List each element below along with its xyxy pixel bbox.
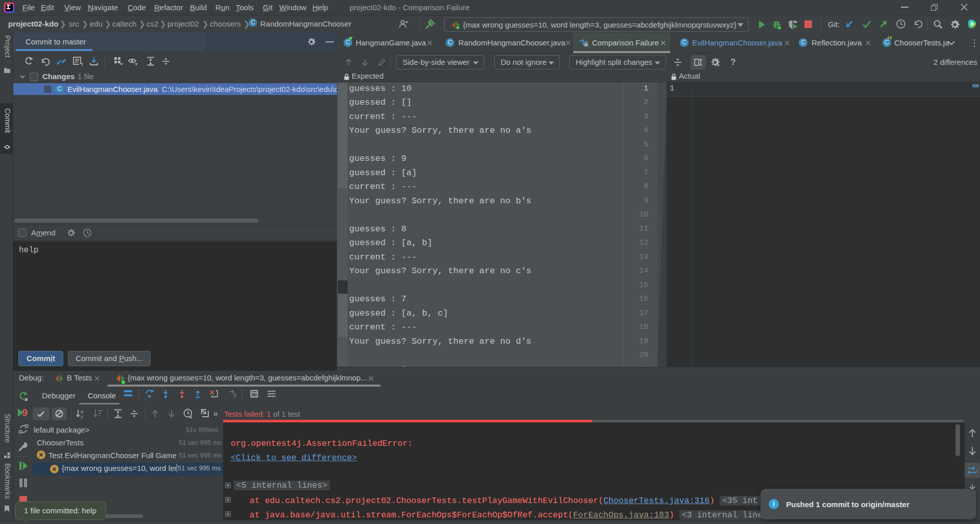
svg-text:9: 9 xyxy=(22,408,28,418)
svg-text:z: z xyxy=(81,414,83,419)
svg-text:a: a xyxy=(81,409,83,414)
